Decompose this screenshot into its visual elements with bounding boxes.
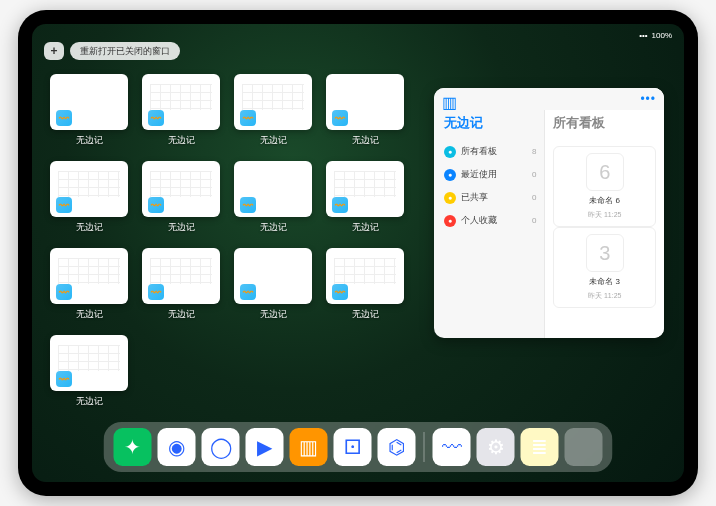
all-icon: ●: [444, 146, 456, 158]
board-time: 昨天 11:25: [588, 291, 621, 301]
more-icon[interactable]: •••: [640, 92, 656, 106]
app-card-label: 无边记: [260, 134, 287, 147]
app-thumbnail: 〰: [234, 248, 312, 304]
dock-notes-icon[interactable]: ≣: [521, 428, 559, 466]
board-card[interactable]: 6未命名 6昨天 11:25: [553, 146, 656, 227]
screen: ••• 100% + 重新打开已关闭的窗口 〰无边记〰无边记〰无边记〰无边记〰无…: [32, 24, 684, 482]
dock-dice-icon[interactable]: ⚀: [334, 428, 372, 466]
preview-sidebar: 无边记 ●所有看板8●最近使用0●已共享0●个人收藏0: [434, 88, 544, 338]
app-card[interactable]: 〰无边记: [142, 161, 220, 234]
sidebar-item-shared[interactable]: ●已共享0: [444, 186, 536, 209]
shared-icon: ●: [444, 192, 456, 204]
dock: ✦◉◯▶▥⚀⌬〰⚙≣: [104, 422, 613, 472]
app-thumbnail: 〰: [50, 161, 128, 217]
freeform-app-icon: 〰: [148, 284, 164, 300]
app-thumbnail: 〰: [50, 248, 128, 304]
app-card-label: 无边记: [352, 221, 379, 234]
sidebar-item-label: 个人收藏: [461, 214, 497, 227]
app-card-label: 无边记: [260, 308, 287, 321]
app-card-label: 无边记: [76, 395, 103, 408]
dock-books-icon[interactable]: ▥: [290, 428, 328, 466]
app-thumbnail: 〰: [234, 161, 312, 217]
freeform-app-icon: 〰: [148, 197, 164, 213]
app-card-label: 无边记: [168, 221, 195, 234]
dock-play-icon[interactable]: ▶: [246, 428, 284, 466]
sidebar-item-label: 所有看板: [461, 145, 497, 158]
freeform-app-icon: 〰: [56, 110, 72, 126]
sidebar-item-label: 已共享: [461, 191, 488, 204]
app-thumbnail: 〰: [326, 74, 404, 130]
top-controls: + 重新打开已关闭的窗口: [44, 42, 180, 60]
sidebar-item-all[interactable]: ●所有看板8: [444, 140, 536, 163]
app-thumbnail: 〰: [326, 161, 404, 217]
ipad-frame: ••• 100% + 重新打开已关闭的窗口 〰无边记〰无边记〰无边记〰无边记〰无…: [18, 10, 698, 496]
freeform-app-icon: 〰: [332, 284, 348, 300]
new-window-button[interactable]: +: [44, 42, 64, 60]
content-title: 所有看板: [553, 114, 656, 132]
sidebar-item-fave[interactable]: ●个人收藏0: [444, 209, 536, 232]
status-bar: ••• 100%: [32, 28, 684, 42]
freeform-app-icon: 〰: [148, 110, 164, 126]
app-card-label: 无边记: [352, 134, 379, 147]
dock-separator: [424, 432, 425, 462]
app-preview-pane[interactable]: ▥ ••• 无边记 ●所有看板8●最近使用0●已共享0●个人收藏0 所有看板 6…: [434, 88, 664, 338]
app-thumbnail: 〰: [326, 248, 404, 304]
sidebar-item-label: 最近使用: [461, 168, 497, 181]
app-card[interactable]: 〰无边记: [50, 335, 128, 408]
freeform-app-icon: 〰: [240, 197, 256, 213]
app-card-label: 无边记: [260, 221, 287, 234]
freeform-app-icon: 〰: [240, 284, 256, 300]
app-card[interactable]: 〰无边记: [50, 74, 128, 147]
app-card[interactable]: 〰无边记: [142, 74, 220, 147]
freeform-app-icon: 〰: [56, 284, 72, 300]
sidebar-item-count: 0: [532, 193, 536, 202]
preview-content: 所有看板 6未命名 6昨天 11:253未命名 3昨天 11:25: [544, 88, 664, 338]
freeform-app-icon: 〰: [56, 371, 72, 387]
sidebar-item-recent[interactable]: ●最近使用0: [444, 163, 536, 186]
dock-connect-icon[interactable]: ⌬: [378, 428, 416, 466]
board-preview: 3: [586, 234, 624, 272]
sidebar-toggle-icon[interactable]: ▥: [442, 93, 454, 105]
sidebar-item-count: 0: [532, 170, 536, 179]
freeform-app-icon: 〰: [56, 197, 72, 213]
preview-header: ▥ •••: [434, 88, 664, 110]
dock-settings-icon[interactable]: ⚙: [477, 428, 515, 466]
app-thumbnail: 〰: [234, 74, 312, 130]
app-thumbnail: 〰: [142, 248, 220, 304]
signal-icon: •••: [639, 31, 647, 40]
app-thumbnail: 〰: [142, 74, 220, 130]
app-card[interactable]: 〰无边记: [326, 74, 404, 147]
board-card[interactable]: 3未命名 3昨天 11:25: [553, 227, 656, 308]
app-card-label: 无边记: [76, 308, 103, 321]
dock-freeform-icon[interactable]: 〰: [433, 428, 471, 466]
board-preview: 6: [586, 153, 624, 191]
app-card[interactable]: 〰无边记: [50, 248, 128, 321]
app-card[interactable]: 〰无边记: [326, 161, 404, 234]
app-card-label: 无边记: [76, 134, 103, 147]
board-name: 未命名 3: [589, 276, 620, 287]
board-name: 未命名 6: [589, 195, 620, 206]
app-thumbnail: 〰: [50, 74, 128, 130]
app-switcher-grid: 〰无边记〰无边记〰无边记〰无边记〰无边记〰无边记〰无边记〰无边记〰无边记〰无边记…: [50, 74, 400, 408]
dock-quark-hd-icon[interactable]: ◉: [158, 428, 196, 466]
sidebar-item-count: 0: [532, 216, 536, 225]
app-card[interactable]: 〰无边记: [234, 74, 312, 147]
app-card-label: 无边记: [352, 308, 379, 321]
app-card[interactable]: 〰无边记: [234, 248, 312, 321]
app-card-label: 无边记: [168, 134, 195, 147]
dock-wechat-icon[interactable]: ✦: [114, 428, 152, 466]
freeform-app-icon: 〰: [332, 197, 348, 213]
app-card[interactable]: 〰无边记: [234, 161, 312, 234]
reopen-closed-window-button[interactable]: 重新打开已关闭的窗口: [70, 42, 180, 60]
app-thumbnail: 〰: [142, 161, 220, 217]
app-card[interactable]: 〰无边记: [50, 161, 128, 234]
dock-app-folder[interactable]: [565, 428, 603, 466]
app-thumbnail: 〰: [50, 335, 128, 391]
app-card-label: 无边记: [168, 308, 195, 321]
dock-quark-icon[interactable]: ◯: [202, 428, 240, 466]
freeform-app-icon: 〰: [240, 110, 256, 126]
recent-icon: ●: [444, 169, 456, 181]
app-card[interactable]: 〰无边记: [326, 248, 404, 321]
sidebar-item-count: 8: [532, 147, 536, 156]
app-card[interactable]: 〰无边记: [142, 248, 220, 321]
